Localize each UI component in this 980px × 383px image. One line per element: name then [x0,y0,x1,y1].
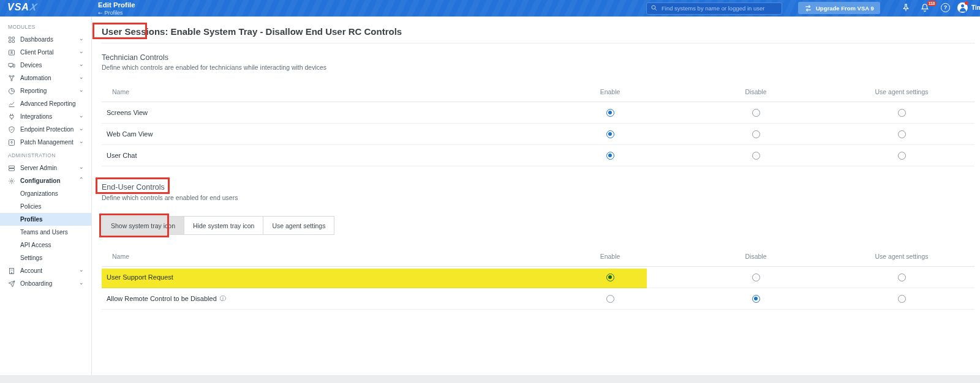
sidebar-item-integrations[interactable]: Integrations [0,110,91,123]
patch-box-icon [8,139,15,146]
radio-use-agent-settings[interactable] [898,295,906,303]
devices-icon [8,62,15,69]
avatar[interactable] [957,2,968,13]
line-chart-icon [8,100,15,108]
radio-enable[interactable] [606,295,614,303]
avatar-person-icon [961,4,964,7]
column-use-agent-settings: Use agent settings [829,88,974,95]
end-user-controls-subtitle: Define which controls are enabled for en… [102,194,238,201]
pin-icon[interactable] [901,3,911,13]
sidebar-item-devices[interactable]: Devices [0,59,91,72]
logo-text: VSA [7,2,29,12]
gear-icon [8,177,15,185]
radio-use-agent-settings[interactable] [898,273,906,281]
sidebar-item-patch-management[interactable]: Patch Management [0,136,91,149]
radio-enable[interactable] [606,130,614,138]
help-icon[interactable]: ? [941,3,950,12]
dashboards-grid-icon [8,36,15,43]
tab-use-agent-settings[interactable]: Use agent settings [263,216,334,235]
window-bottom-edge [0,375,980,383]
column-use-agent-settings: Use agent settings [829,253,974,260]
sidebar-item-api-access[interactable]: API Access [0,239,91,251]
info-icon[interactable] [220,294,226,303]
table-row-user-chat: User Chat [102,145,974,166]
sidebar-item-onboarding[interactable]: Onboarding [0,277,91,290]
table-header-row: Name Enable Disable Use agent settings [102,82,974,102]
sidebar-item-organizations[interactable]: Organizations [0,187,91,200]
tab-show-system-tray-icon[interactable]: Show system tray icon [102,216,184,235]
upgrade-button[interactable]: Upgrade From VSA 9 [798,2,880,14]
app-window: VSAX Edit Profile Profiles Upgrade From … [0,0,980,383]
row-name: Allow Remote Control to be Disabled [107,295,217,302]
table-row-user-support-request: User Support Request [102,267,974,288]
chevron-up-icon [79,176,84,183]
administration-section-label: ADMINISTRATION [0,151,91,160]
table-row-web-cam-view: Web Cam View [102,124,974,145]
radio-disable[interactable] [752,152,760,160]
tray-icon-tab-group: Show system tray icon Hide system tray i… [102,216,334,235]
column-name: Name [102,253,537,260]
radio-disable[interactable] [752,130,760,138]
radio-enable[interactable] [606,109,614,117]
sidebar-item-profiles[interactable]: Profiles [0,213,91,226]
vsa-logo[interactable]: VSAX [7,2,37,13]
sidebar-item-reporting[interactable]: Reporting [0,84,91,97]
table-header-row: Name Enable Disable Use agent settings [102,247,974,267]
radio-enable[interactable] [606,273,614,281]
breadcrumb-back-link[interactable]: Profiles [98,10,135,16]
radio-disable[interactable] [752,273,760,281]
automation-icon [8,75,15,82]
technician-controls-subtitle: Define which controls are enabled for te… [102,64,326,71]
sidebar-item-settings[interactable]: Settings [0,251,91,264]
avatar-status-dot [965,1,968,5]
sidebar-item-dashboards[interactable]: Dashboards [0,33,91,46]
divider [102,43,974,43]
reporting-pie-icon [8,87,15,95]
sidebar-item-client-portal[interactable]: Client Portal [0,46,91,59]
tab-hide-system-tray-icon[interactable]: Hide system tray icon [184,216,263,235]
radio-disable[interactable] [752,109,760,117]
row-name: User Chat [102,152,537,159]
chevron-down-icon [79,48,84,54]
radio-use-agent-settings[interactable] [898,130,906,138]
upgrade-button-label: Upgrade From VSA 9 [816,5,874,12]
modules-section-label: MODULES [0,23,91,31]
chevron-down-icon [79,125,84,132]
column-enable: Enable [537,88,683,95]
row-name: User Support Request [102,273,537,281]
technician-controls-heading: Technician Controls [102,53,168,62]
radio-enable[interactable] [606,152,614,160]
plug-icon [8,113,15,121]
sidebar-item-automation[interactable]: Automation [0,72,91,84]
end-user-controls-heading: End-User Controls [102,183,165,192]
search-input[interactable] [646,2,782,15]
radio-use-agent-settings[interactable] [898,109,906,117]
column-name: Name [102,88,537,95]
sidebar-item-account[interactable]: Account [0,264,91,277]
sidebar-item-configuration[interactable]: Configuration [0,174,91,187]
column-disable: Disable [683,253,829,260]
radio-disable[interactable] [752,295,760,303]
column-disable: Disable [683,88,829,95]
row-name: Screens View [102,109,537,116]
profile-title: User Sessions: Enable System Tray - Disa… [102,26,402,37]
sidebar-item-endpoint-protection[interactable]: Endpoint Protection [0,123,91,136]
chevron-down-icon [79,163,84,170]
radio-use-agent-settings[interactable] [898,152,906,160]
search-icon [650,4,658,12]
main-content: User Sessions: Enable System Tray - Disa… [92,17,980,375]
username-label: Tim [971,4,980,11]
notification-count-badge: 118 [927,1,937,6]
sidebar-item-policies[interactable]: Policies [0,200,91,213]
chevron-down-icon [79,138,84,144]
sidebar-item-advanced-reporting[interactable]: Advanced Reporting [0,97,91,110]
page-title: Edit Profile [98,1,135,9]
sidebar-item-server-admin[interactable]: Server Admin [0,162,91,174]
sidebar-item-teams-and-users[interactable]: Teams and Users [0,226,91,239]
server-icon [8,165,15,172]
chevron-down-icon [79,266,84,273]
end-user-controls-table: Name Enable Disable Use agent settings U… [102,247,974,310]
logo-x: X [29,2,38,13]
technician-controls-table: Name Enable Disable Use agent settings S… [102,82,974,166]
chevron-down-icon [79,279,84,286]
